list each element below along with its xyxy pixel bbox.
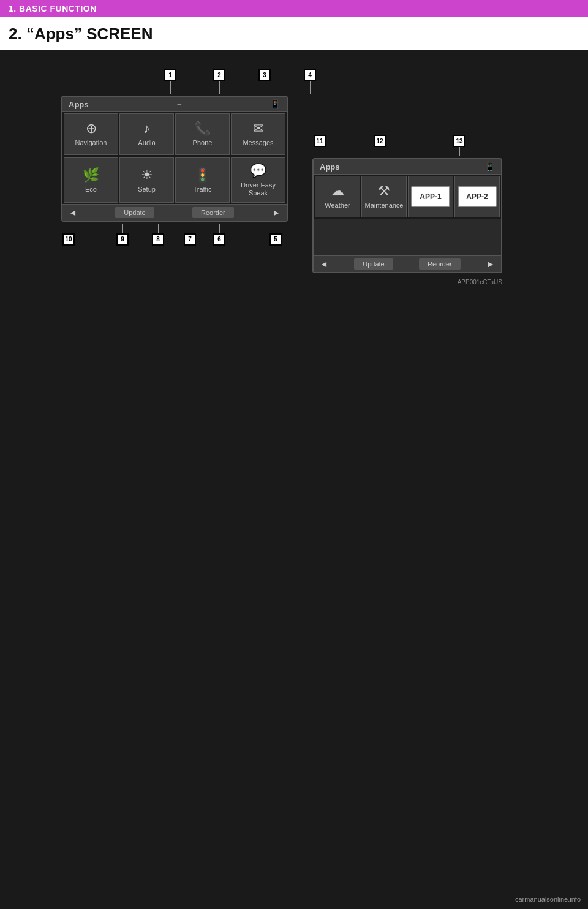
top-callout-row-bottom-screen: 11 12 13 <box>312 132 502 156</box>
main-content: 1 2 3 4 <box>0 50 588 909</box>
callout-10: 10 <box>62 224 75 246</box>
audio-label: Audio <box>138 139 155 147</box>
top-screen-header: Apps – 📱 <box>62 97 287 112</box>
messages-label: Messages <box>243 139 273 147</box>
footer-url: carmanualsonline.info <box>515 896 581 903</box>
diagram-wrapper: 1 2 3 4 <box>61 69 527 287</box>
bottom-screen-bottom-bar: ◄ Update Reorder ► <box>314 255 501 272</box>
bottom-callout-row-top-screen: 10 9 8 7 6 <box>61 224 288 247</box>
top-screen-bottom-bar: ◄ Update Reorder ► <box>62 204 287 221</box>
footer-link[interactable]: carmanualsonline.info <box>515 893 581 904</box>
callout-6: 6 <box>213 224 225 246</box>
top-screen-phone-icon: 📱 <box>270 99 281 109</box>
watermark: APP001cCTaUS <box>312 276 502 287</box>
top-screen-right-arrow[interactable]: ► <box>272 208 281 217</box>
phone-app-cell[interactable]: 📞 Phone <box>175 113 230 155</box>
weather-label: Weather <box>325 202 350 209</box>
top-screen-reorder-btn[interactable]: Reorder <box>192 207 234 218</box>
callout-13: 13 <box>453 135 466 156</box>
top-screen-update-btn[interactable]: Update <box>115 207 154 218</box>
nav-icon: ⊕ <box>86 121 97 137</box>
app2-cell[interactable]: APP-2 <box>454 176 500 217</box>
weather-app-cell[interactable]: ☁ Weather <box>315 176 360 217</box>
top-screen-dash: – <box>177 100 181 108</box>
phone-icon: 📞 <box>194 121 211 137</box>
callout-3: 3 <box>258 69 271 94</box>
bottom-screen-container: 11 12 13 Apps – <box>312 132 502 287</box>
top-screen-title: Apps <box>69 100 89 109</box>
top-screen-row1: ⊕ Navigation ♪ Audio 📞 Phone ✉ <box>62 112 287 156</box>
screens-row: Apps – 📱 ⊕ Navigation ♪ Audio <box>61 96 527 287</box>
traffic-icon: 🚦 <box>194 167 211 183</box>
page-title-bar: 2. “Apps” SCREEN <box>0 17 588 50</box>
nav-label: Navigation <box>75 139 107 147</box>
bottom-screen-update-btn[interactable]: Update <box>354 258 393 270</box>
weather-icon: ☁ <box>331 183 344 199</box>
top-screen-container: Apps – 📱 ⊕ Navigation ♪ Audio <box>61 96 288 247</box>
bottom-screen-header: Apps – 📱 <box>314 159 501 175</box>
setup-app-cell[interactable]: ☀ Setup <box>119 157 174 203</box>
callout-1: 1 <box>164 69 176 94</box>
messages-icon: ✉ <box>253 121 264 137</box>
setup-icon: ☀ <box>141 167 153 183</box>
bottom-screen: Apps – 📱 ☁ Weather ⚒ Maintenance <box>312 158 502 273</box>
section-label: 1. BASIC FUNCTION <box>9 4 97 13</box>
bottom-screen-row1: ☁ Weather ⚒ Maintenance APP-1 APP-2 <box>314 175 501 219</box>
eco-app-cell[interactable]: 🌿 Eco <box>64 157 118 203</box>
watermark-text: APP001cCTaUS <box>458 279 502 285</box>
bottom-screen-dash: – <box>410 162 414 171</box>
app1-cell[interactable]: APP-1 <box>408 176 453 217</box>
callout-8: 8 <box>152 224 164 246</box>
maintenance-label: Maintenance <box>365 202 404 209</box>
traffic-label: Traffic <box>194 186 212 194</box>
traffic-app-cell[interactable]: 🚦 Traffic <box>175 157 230 203</box>
app2-button[interactable]: APP-2 <box>458 186 496 207</box>
top-screen: Apps – 📱 ⊕ Navigation ♪ Audio <box>61 96 288 222</box>
bottom-screen-title: Apps <box>320 162 340 172</box>
audio-app-cell[interactable]: ♪ Audio <box>119 113 174 155</box>
maintenance-icon: ⚒ <box>378 183 390 199</box>
bottom-screen-left-arrow[interactable]: ◄ <box>320 259 328 269</box>
bottom-screen-phone-icon: 📱 <box>484 162 495 172</box>
audio-icon: ♪ <box>143 121 150 137</box>
callout-7: 7 <box>184 224 196 246</box>
app1-button[interactable]: APP-1 <box>411 186 450 207</box>
section-header: 1. BASIC FUNCTION <box>0 0 588 17</box>
maintenance-app-cell[interactable]: ⚒ Maintenance <box>361 176 407 217</box>
bottom-screen-reorder-btn[interactable]: Reorder <box>419 258 461 270</box>
callout-12: 12 <box>374 135 386 156</box>
driver-easy-speak-icon: 💬 <box>250 163 266 179</box>
eco-label: Eco <box>85 186 97 194</box>
nav-app-cell[interactable]: ⊕ Navigation <box>64 113 118 155</box>
eco-icon: 🌿 <box>83 167 99 183</box>
top-screen-row2: 🌿 Eco ☀ Setup 🚦 Traffic 💬 <box>62 156 287 204</box>
callout-2: 2 <box>213 69 225 94</box>
messages-app-cell[interactable]: ✉ Messages <box>231 113 285 155</box>
phone-label: Phone <box>193 139 213 147</box>
setup-label: Setup <box>138 186 156 194</box>
callout-4: 4 <box>304 69 316 94</box>
top-screen-left-arrow[interactable]: ◄ <box>69 208 77 217</box>
callout-5: 5 <box>270 224 282 246</box>
callout-9: 9 <box>116 224 129 246</box>
bottom-screen-right-arrow[interactable]: ► <box>486 259 495 269</box>
driver-easy-speak-cell[interactable]: 💬 Driver EasySpeak <box>231 157 285 203</box>
driver-easy-speak-label: Driver EasySpeak <box>241 181 276 197</box>
top-callout-row: 1 2 3 4 <box>61 69 527 91</box>
page-title: 2. “Apps” SCREEN <box>9 25 579 43</box>
callout-11: 11 <box>314 135 326 156</box>
bottom-screen-empty-row <box>314 219 501 255</box>
